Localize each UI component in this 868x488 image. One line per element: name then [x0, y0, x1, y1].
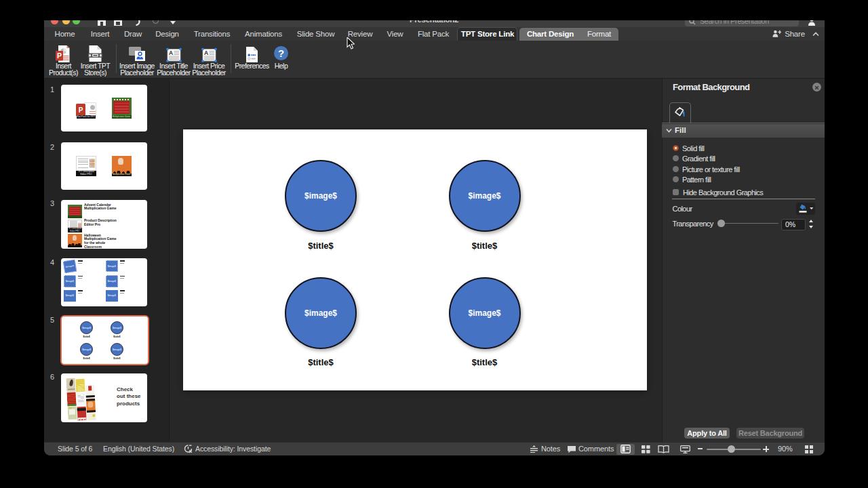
- svg-text:A: A: [169, 49, 173, 56]
- svg-text:A: A: [204, 49, 208, 56]
- svg-text:P: P: [57, 52, 62, 60]
